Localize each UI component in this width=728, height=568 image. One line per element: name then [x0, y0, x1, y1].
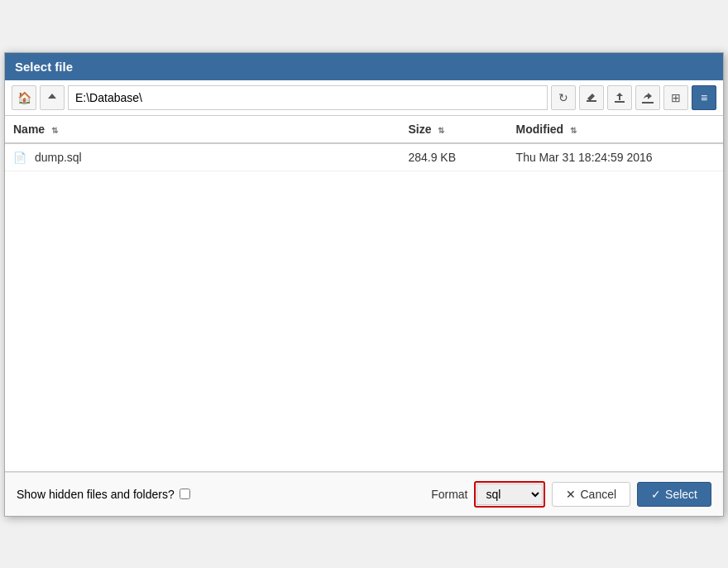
dialog-title-text: Select file: [15, 60, 73, 74]
format-label: Format: [431, 488, 467, 501]
svg-rect-1: [615, 101, 625, 103]
up-button[interactable]: [40, 85, 65, 110]
refresh-button[interactable]: ↻: [551, 85, 576, 110]
footer-left: Show hidden files and folders?: [17, 488, 190, 501]
show-hidden-label: Show hidden files and folders?: [17, 488, 175, 501]
svg-rect-0: [587, 100, 596, 102]
name-sort-icon: ⇅: [51, 126, 58, 135]
col-modified-header[interactable]: Modified ⇅: [508, 116, 723, 143]
file-table: Name ⇅ Size ⇅ Modified ⇅ 📄: [5, 116, 723, 171]
select-file-dialog: Select file 🏠 ↻: [4, 52, 724, 517]
grid-view-button[interactable]: ⊞: [663, 85, 688, 110]
upload-button[interactable]: [607, 85, 632, 110]
modified-sort-icon: ⇅: [570, 126, 577, 135]
list-view-button[interactable]: ≡: [692, 85, 716, 110]
file-area: Name ⇅ Size ⇅ Modified ⇅ 📄: [5, 116, 723, 472]
select-check-icon: ✓: [651, 488, 661, 501]
home-button[interactable]: 🏠: [12, 85, 36, 110]
format-select[interactable]: sqlcsvxmljson: [477, 484, 543, 505]
path-input[interactable]: [68, 85, 548, 110]
svg-rect-2: [642, 102, 654, 103]
dialog-title: Select file: [5, 53, 723, 80]
toolbar: 🏠 ↻ ⊞ ≡: [5, 80, 723, 116]
file-modified-cell: Thu Mar 31 18:24:59 2016: [508, 143, 723, 171]
table-row[interactable]: 📄 dump.sql 284.9 KB Thu Mar 31 18:24:59 …: [5, 143, 723, 171]
footer-right: Format sqlcsvxmljson ✕ Cancel ✓ Select: [431, 481, 711, 508]
share-button[interactable]: [635, 85, 660, 110]
col-size-header[interactable]: Size ⇅: [400, 116, 507, 143]
select-button[interactable]: ✓ Select: [637, 482, 711, 507]
file-icon: 📄: [13, 152, 26, 164]
footer: Show hidden files and folders? Format sq…: [5, 472, 723, 516]
format-select-wrapper: sqlcsvxmljson: [474, 481, 545, 508]
show-hidden-checkbox[interactable]: [180, 489, 190, 499]
cancel-button[interactable]: ✕ Cancel: [552, 482, 630, 507]
file-size-cell: 284.9 KB: [400, 143, 507, 171]
col-name-header[interactable]: Name ⇅: [5, 116, 400, 143]
file-name: dump.sql: [35, 151, 82, 164]
cancel-x-icon: ✕: [566, 488, 576, 501]
size-sort-icon: ⇅: [438, 126, 444, 135]
table-header-row: Name ⇅ Size ⇅ Modified ⇅: [5, 116, 723, 143]
edit-button[interactable]: [579, 85, 604, 110]
file-name-cell: 📄 dump.sql: [5, 143, 400, 171]
